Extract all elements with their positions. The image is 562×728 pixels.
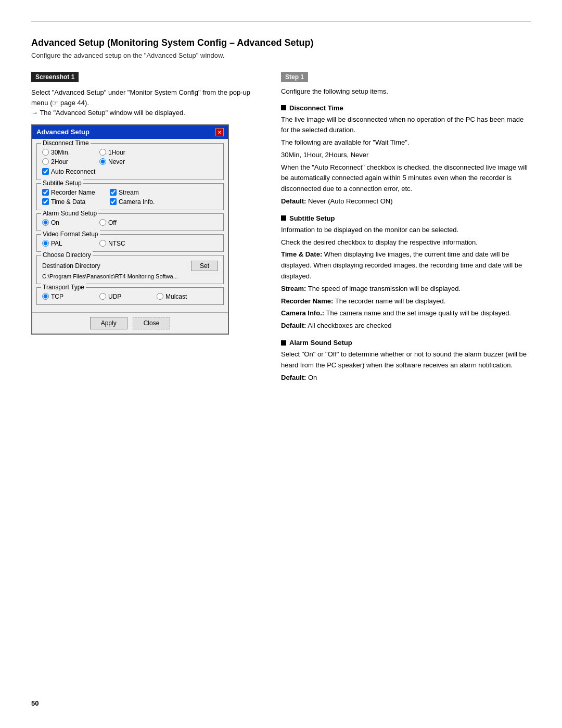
disconnect-time-heading: Disconnect Time — [281, 104, 531, 112]
window-footer: Apply Close — [32, 312, 228, 334]
udp-radio[interactable]: UDP — [99, 293, 146, 300]
choose-directory-group: Choose Directory Destination Directory S… — [36, 255, 224, 284]
radio-never[interactable]: Never — [99, 158, 146, 165]
window-title: Advanced Setup — [36, 128, 90, 136]
alarm-sound-label: Alarm Sound Setup — [41, 210, 98, 217]
video-format-group: Video Format Setup PAL NTSC — [36, 234, 224, 252]
alarm-sound-heading: Alarm Sound Setup — [281, 339, 531, 347]
subtitle-row2: Time & Data Camera Info. — [42, 198, 218, 206]
radio-1hour[interactable]: 1Hour — [99, 149, 146, 156]
destination-label: Destination Directory — [42, 262, 100, 270]
window-titlebar: Advanced Setup × — [32, 125, 228, 139]
disconnect-time-content: The live image will be disconnected when… — [281, 114, 531, 207]
subtitle-setup-label: Subtitle Setup — [41, 180, 83, 187]
right-column: Step 1 Configure the following setup ite… — [281, 72, 531, 390]
screenshot-desc: Select "Advanced Setup" under "Monitor S… — [31, 87, 260, 118]
subtitle-row1: Recorder Name Stream — [42, 189, 218, 196]
subtitle-setup-group: Subtitle Setup Recorder Name Stream Time… — [36, 183, 224, 210]
disconnect-time-row2: 2Hour Never — [42, 158, 218, 165]
auto-reconnect-row: Auto Reconnect — [42, 168, 218, 175]
alarm-on-radio[interactable]: On — [42, 219, 89, 226]
alarm-sound-title: Alarm Sound Setup — [289, 339, 352, 347]
close-button[interactable]: Close — [133, 317, 171, 329]
disconnect-time-label: Disconnect Time — [41, 139, 91, 147]
camera-info-checkbox[interactable]: Camera Info. — [110, 198, 167, 206]
apply-button[interactable]: Apply — [90, 317, 127, 329]
page-title: Advanced Setup (Monitoring System Config… — [31, 37, 531, 48]
disconnect-time-group: Disconnect Time 30Min. 1Hour 2Hour — [36, 143, 224, 180]
heading-bullet — [281, 105, 286, 110]
left-column: Screenshot 1 Select "Advanced Setup" und… — [31, 72, 260, 335]
video-format-row: PAL NTSC — [42, 240, 218, 247]
alarm-off-radio[interactable]: Off — [99, 219, 146, 226]
advanced-setup-window: Advanced Setup × Disconnect Time 30Min. … — [31, 124, 229, 335]
tcp-radio[interactable]: TCP — [42, 293, 89, 300]
heading-bullet3 — [281, 340, 286, 346]
pal-radio[interactable]: PAL — [42, 240, 89, 247]
ntsc-radio[interactable]: NTSC — [99, 240, 146, 247]
step-intro: Configure the following setup items. — [281, 86, 531, 97]
choose-directory-label: Choose Directory — [41, 251, 93, 259]
alarm-sound-row: On Off — [42, 219, 218, 226]
top-border — [31, 21, 531, 22]
subtitle-setup-content: Information to be displayed on the monit… — [281, 225, 531, 331]
main-content: Screenshot 1 Select "Advanced Setup" und… — [31, 72, 531, 390]
transport-type-group: Transport Type TCP UDP Mulcast — [36, 287, 224, 305]
mulcast-radio[interactable]: Mulcast — [157, 293, 203, 300]
subtitle-setup-heading: Subtitle Setup — [281, 214, 531, 222]
page-subtitle: Configure the advanced setup on the "Adv… — [31, 52, 531, 59]
disconnect-time-title: Disconnect Time — [289, 104, 343, 112]
window-close-button[interactable]: × — [215, 128, 224, 136]
step-badge: Step 1 — [281, 72, 308, 82]
set-directory-button[interactable]: Set — [191, 261, 218, 271]
video-format-label: Video Format Setup — [41, 231, 100, 238]
heading-bullet2 — [281, 215, 286, 221]
window-body: Disconnect Time 30Min. 1Hour 2Hour — [32, 139, 228, 312]
auto-reconnect-checkbox[interactable]: Auto Reconnect — [42, 168, 99, 175]
stream-checkbox[interactable]: Stream — [110, 189, 167, 196]
screenshot-badge: Screenshot 1 — [31, 72, 79, 82]
disconnect-time-row1: 30Min. 1Hour — [42, 149, 218, 156]
transport-row: TCP UDP Mulcast — [42, 293, 218, 300]
time-data-checkbox[interactable]: Time & Data — [42, 198, 99, 206]
page-number: 50 — [31, 699, 39, 707]
desc-line1: Select "Advanced Setup" under "Monitor S… — [31, 88, 250, 107]
transport-type-label: Transport Type — [41, 284, 86, 291]
arrow-text: → The "Advanced Setup" window will be di… — [31, 109, 185, 117]
alarm-sound-content: Select "On" or "Off" to determine whethe… — [281, 349, 531, 383]
directory-row: Destination Directory Set — [42, 261, 218, 271]
radio-2hour[interactable]: 2Hour — [42, 158, 89, 165]
radio-30min[interactable]: 30Min. — [42, 149, 89, 156]
subtitle-setup-title: Subtitle Setup — [289, 214, 335, 222]
alarm-sound-group: Alarm Sound Setup On Off — [36, 213, 224, 231]
recorder-name-checkbox[interactable]: Recorder Name — [42, 189, 99, 196]
directory-path: C:\Program Files\Panasonic\RT4 Monitorin… — [42, 273, 218, 279]
